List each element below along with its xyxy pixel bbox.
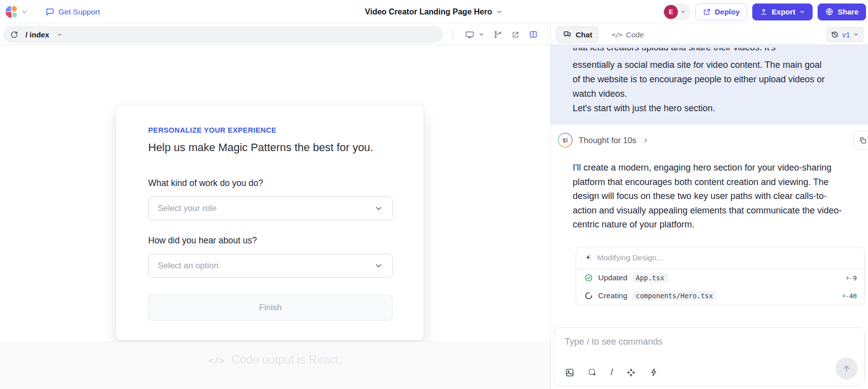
chat-panel: that lets creators upload and share thei…	[551, 45, 868, 389]
chevron-down-icon	[853, 31, 859, 37]
progress-status: Creating	[598, 291, 628, 300]
history-icon	[831, 30, 839, 39]
open-in-new-icon[interactable]	[511, 30, 520, 39]
get-support-label: Get Support	[58, 7, 100, 16]
canvas-footer: </> Code output is React.	[0, 342, 550, 389]
assistant-avatar	[558, 133, 573, 148]
route-selector[interactable]: / index	[3, 26, 443, 43]
component-tree-icon[interactable]	[493, 30, 502, 39]
role-select[interactable]: Select your role	[148, 196, 393, 220]
deploy-label: Deploy	[715, 7, 740, 16]
share-label: Share	[838, 7, 859, 16]
generation-progress-card: Modifying Design... Updated App.tsx +-9 …	[576, 247, 865, 305]
user-message-body-line2: Let's start with just the hero section.	[573, 101, 830, 116]
chevron-down-icon	[680, 8, 686, 15]
chevron-down-icon	[374, 204, 383, 213]
check-circle-icon	[584, 273, 593, 282]
chevron-down-icon	[56, 31, 63, 38]
deploy-button[interactable]: Deploy	[695, 3, 747, 20]
refresh-icon[interactable]	[10, 30, 18, 39]
chat-composer: /	[553, 327, 865, 386]
role-question-label: What kind of work do you do?	[148, 178, 263, 189]
top-header: Get Support Video Creator Landing Page H…	[0, 0, 868, 24]
spinner-icon	[584, 291, 593, 300]
chevron-down-icon	[374, 261, 383, 270]
marquee-select-icon[interactable]	[588, 368, 598, 378]
progress-row[interactable]: Updated App.tsx +-9	[576, 269, 865, 287]
user-message-clipped-line: that lets creators upload and share thei…	[573, 48, 776, 55]
user-message: that lets creators upload and share thei…	[551, 45, 868, 125]
progress-row[interactable]: Creating components/Hero.tsx +-40	[576, 287, 865, 305]
diff-stats: +-9	[846, 274, 857, 282]
preview-canvas: PERSONALIZE YOUR EXPERIENCE Help us make…	[0, 45, 550, 342]
chat-input[interactable]	[565, 337, 844, 347]
code-icon: </>	[209, 353, 225, 366]
chevron-right-icon[interactable]	[643, 137, 649, 144]
referral-select[interactable]: Select an option	[148, 254, 393, 278]
toolbar-divider	[453, 29, 453, 40]
version-label: v1	[842, 30, 850, 39]
referral-select-value: Select an option	[158, 261, 218, 271]
get-support-link[interactable]: Get Support	[45, 7, 100, 16]
tab-code[interactable]: </> Code	[612, 30, 644, 39]
preview-toolbar: / index	[0, 24, 550, 45]
send-button[interactable]	[836, 358, 858, 380]
export-button[interactable]: Export	[752, 3, 813, 20]
workspace-menu[interactable]	[5, 5, 28, 18]
finish-label: Finish	[259, 303, 281, 313]
diff-stats: +-40	[842, 292, 857, 300]
export-label: Export	[772, 7, 796, 16]
code-output-note: Code output is React.	[231, 353, 342, 367]
share-button[interactable]: Share	[818, 3, 866, 20]
split-view-icon[interactable]	[529, 30, 538, 39]
account-menu[interactable]: E	[662, 3, 690, 20]
copy-icon	[859, 136, 867, 145]
tab-code-label: Code	[626, 30, 644, 39]
external-link-icon	[703, 8, 711, 16]
arrow-up-icon	[842, 364, 852, 374]
upload-icon	[760, 8, 768, 16]
progress-card-title: Modifying Design...	[597, 253, 663, 262]
user-message-body: essentially a social media site for vide…	[573, 58, 830, 101]
personalize-modal: PERSONALIZE YOUR EXPERIENCE Help us make…	[116, 105, 424, 341]
modal-title: Help us make Magic Patterns the best for…	[148, 141, 373, 154]
referral-question-label: How did you hear about us?	[148, 235, 257, 246]
chevron-down-icon	[21, 8, 28, 15]
version-selector[interactable]: v1	[826, 26, 864, 42]
magic-patterns-app: Get Support Video Creator Landing Page H…	[0, 0, 868, 389]
panel-tab-bar: Chat </> Code v1	[550, 24, 868, 45]
chevron-down-icon	[478, 31, 484, 37]
modal-eyebrow: PERSONALIZE YOUR EXPERIENCE	[148, 126, 276, 134]
progress-status: Updated	[598, 273, 628, 282]
assistant-message: I'll create a modern, engaging hero sect…	[573, 161, 848, 232]
sub-toolbar: / index	[0, 24, 868, 45]
viewport-size-control[interactable]	[465, 30, 484, 39]
sparkle-icon	[584, 254, 592, 262]
slash-command-icon[interactable]: /	[611, 367, 613, 378]
tab-chat[interactable]: Chat	[556, 26, 599, 43]
role-select-value: Select your role	[158, 203, 217, 213]
code-icon: </>	[612, 31, 622, 38]
magic-patterns-pinwheel-icon	[561, 136, 570, 145]
project-title-menu[interactable]: Video Creator Landing Page Hero	[365, 7, 503, 16]
thought-row: Thought for 10s	[558, 131, 868, 150]
speech-bubble-icon	[45, 7, 54, 16]
monitor-icon	[465, 30, 474, 39]
magic-patterns-logo	[5, 5, 18, 18]
page-title: Video Creator Landing Page Hero	[365, 7, 492, 16]
thought-toggle[interactable]: Thought for 10s	[579, 136, 637, 145]
chevron-down-icon	[799, 9, 805, 15]
tab-chat-label: Chat	[576, 30, 592, 39]
route-path: / index	[25, 30, 49, 39]
image-icon[interactable]	[565, 368, 575, 378]
globe-icon	[825, 7, 834, 16]
diamond-cluster-icon[interactable]	[626, 368, 636, 378]
file-chip: App.tsx	[633, 273, 668, 283]
file-chip: components/Hero.tsx	[633, 291, 716, 301]
chat-bubbles-icon	[563, 30, 572, 39]
finish-button[interactable]: Finish	[148, 295, 393, 321]
lightning-bolt-icon[interactable]	[649, 368, 658, 377]
avatar: E	[664, 5, 678, 19]
copy-message-button[interactable]	[853, 131, 868, 150]
chevron-down-icon	[496, 8, 503, 15]
